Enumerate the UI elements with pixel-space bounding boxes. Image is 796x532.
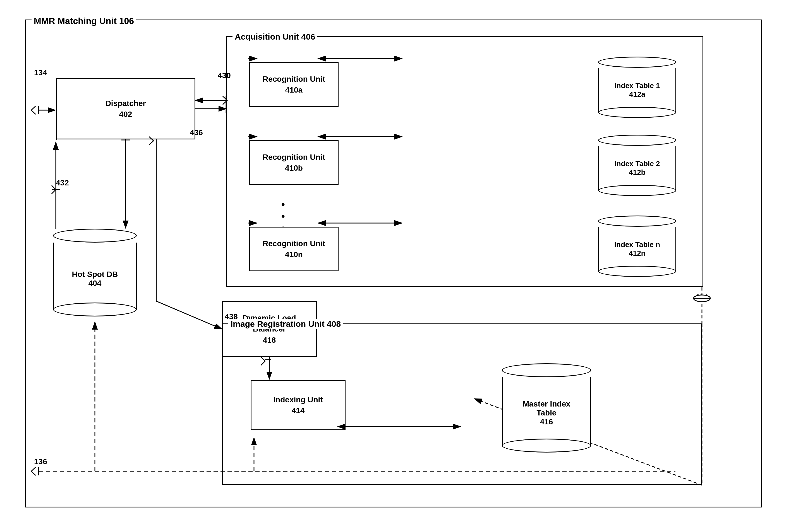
image-reg-box: Image Registration Unit 408 Indexing Uni…: [222, 323, 702, 485]
index-table-b-cylinder: Index Table 2 412b: [598, 135, 676, 196]
dispatcher-box: Dispatcher 402: [56, 78, 195, 139]
hotspot-db-cylinder: Hot Spot DB 404: [53, 229, 137, 321]
master-index-cylinder: Master Index Table 416: [502, 363, 591, 455]
ref-436: 436: [190, 128, 203, 137]
recognition-n-label2: 410n: [285, 249, 303, 260]
indexing-unit-box: Indexing Unit 414: [251, 380, 345, 430]
recognition-unit-b-box: Recognition Unit 410b: [249, 140, 339, 185]
recognition-b-label2: 410b: [285, 163, 303, 173]
hotspot-label2: 404: [89, 279, 102, 288]
diagram-container: MMR Matching Unit 106 Acquisition Unit 4…: [17, 11, 776, 519]
index-a-label2: 412a: [629, 90, 645, 99]
ref-438: 438: [225, 312, 238, 321]
index-n-label2: 412n: [629, 249, 645, 258]
ref-432: 432: [56, 178, 69, 187]
master-label3: 416: [540, 417, 553, 426]
index-b-label1: Index Table 2: [615, 159, 660, 168]
index-n-label1: Index Table n: [614, 240, 660, 249]
recognition-n-label1: Recognition Unit: [263, 238, 325, 249]
ref-134: 134: [34, 68, 47, 77]
recognition-a-label1: Recognition Unit: [263, 74, 325, 84]
image-reg-label: Image Registration Unit 408: [228, 319, 343, 329]
dispatcher-label1: Dispatcher: [106, 98, 146, 109]
master-label1: Master Index: [523, 400, 570, 408]
index-a-label1: Index Table 1: [615, 81, 660, 90]
indexing-label2: 414: [292, 405, 305, 416]
index-b-label2: 412b: [629, 168, 645, 177]
recognition-unit-n-box: Recognition Unit 410n: [249, 227, 339, 271]
ref-430: 430: [218, 71, 231, 80]
index-table-a-cylinder: Index Table 1 412a: [598, 57, 676, 118]
ref-136: 136: [34, 457, 47, 466]
hotspot-label1: Hot Spot DB: [72, 270, 118, 279]
dispatcher-label2: 402: [119, 109, 132, 120]
acquisition-label: Acquisition Unit 406: [233, 32, 317, 41]
ref-434: 434: [695, 293, 708, 302]
acquisition-unit-box: Acquisition Unit 406 Recognition Unit 41…: [226, 36, 703, 287]
recognition-b-label1: Recognition Unit: [263, 152, 325, 163]
master-label2: Table: [537, 408, 556, 417]
recognition-unit-a-box: Recognition Unit 410a: [249, 62, 339, 107]
recognition-a-label2: 410a: [285, 84, 303, 95]
mmr-label: MMR Matching Unit 106: [32, 16, 136, 26]
index-table-n-cylinder: Index Table n 412n: [598, 215, 676, 277]
indexing-label1: Indexing Unit: [273, 394, 323, 405]
